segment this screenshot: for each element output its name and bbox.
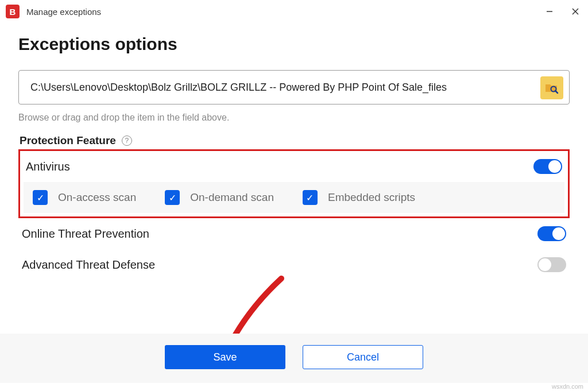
save-button[interactable]: Save	[165, 345, 285, 369]
embedded-label: Embedded scripts	[328, 191, 415, 204]
other-features: Online Threat Prevention Advanced Threat…	[18, 218, 570, 280]
embedded-scripts-option[interactable]: ✓ Embedded scripts	[303, 190, 415, 205]
close-button[interactable]	[562, 0, 588, 23]
path-hint: Browse or drag and drop the item in the …	[18, 113, 570, 123]
window-controls	[536, 0, 588, 23]
close-icon	[572, 8, 579, 15]
online-threat-toggle[interactable]	[537, 226, 566, 241]
on-demand-scan-option[interactable]: ✓ On-demand scan	[165, 190, 274, 205]
advanced-threat-toggle[interactable]	[537, 257, 566, 272]
toggle-knob	[552, 227, 565, 240]
antivirus-options: ✓ On-access scan ✓ On-demand scan ✓ Embe…	[24, 182, 564, 213]
on-access-scan-option[interactable]: ✓ On-access scan	[33, 190, 136, 205]
path-value: C:\Users\Lenovo\Desktop\Bolz Grillz\BOLZ…	[30, 82, 447, 94]
advanced-threat-row: Advanced Threat Defense	[20, 249, 568, 280]
minimize-button[interactable]	[536, 0, 562, 23]
folder-search-icon	[544, 80, 559, 95]
advanced-threat-label: Advanced Threat Defense	[22, 258, 155, 272]
footer-bar: Save Cancel	[0, 334, 588, 383]
toggle-knob	[539, 258, 551, 271]
antivirus-label: Antivirus	[26, 160, 70, 173]
app-logo-icon: B	[6, 5, 20, 18]
help-icon[interactable]: ?	[122, 136, 132, 146]
content-area: Exceptions options C:\Users\Lenovo\Deskt…	[0, 23, 588, 280]
protection-feature-header: Protection Feature ?	[18, 134, 570, 147]
online-threat-label: Online Threat Prevention	[22, 227, 149, 241]
minimize-icon	[546, 8, 553, 15]
online-threat-row: Online Threat Prevention	[20, 218, 568, 249]
window-title: Manage exceptions	[26, 7, 536, 17]
antivirus-row: Antivirus	[24, 154, 564, 179]
titlebar: B Manage exceptions	[0, 0, 588, 23]
checkbox-checked-icon: ✓	[303, 190, 318, 205]
svg-line-4	[555, 91, 558, 93]
checkbox-checked-icon: ✓	[33, 190, 48, 205]
browse-button[interactable]	[540, 76, 563, 99]
on-demand-label: On-demand scan	[190, 191, 274, 204]
cancel-button[interactable]: Cancel	[303, 345, 423, 369]
protection-feature-label: Protection Feature	[20, 134, 116, 147]
page-title: Exceptions options	[18, 34, 570, 54]
path-input[interactable]: C:\Users\Lenovo\Desktop\Bolz Grillz\BOLZ…	[18, 70, 570, 104]
watermark: wsxdn.com	[552, 383, 583, 390]
toggle-knob	[548, 160, 561, 173]
antivirus-toggle[interactable]	[533, 159, 562, 174]
antivirus-highlight: Antivirus ✓ On-access scan ✓ On-demand s…	[18, 149, 570, 218]
checkbox-checked-icon: ✓	[165, 190, 180, 205]
on-access-label: On-access scan	[58, 191, 136, 204]
